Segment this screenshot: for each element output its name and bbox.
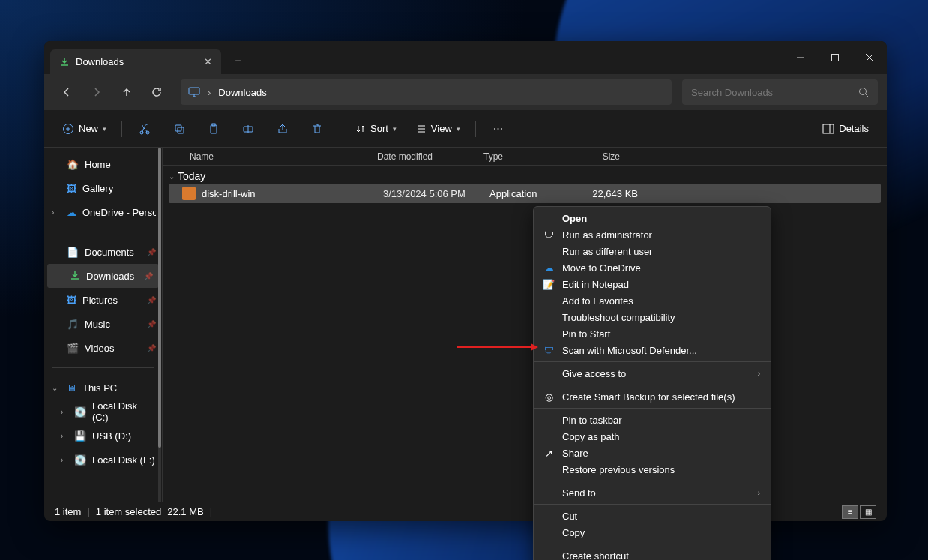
share-button[interactable] — [268, 116, 298, 142]
sidebar-item-gallery[interactable]: 🖼Gallery — [44, 176, 162, 200]
new-tab-button[interactable]: ＋ — [226, 49, 250, 73]
shield-icon: 🛡 — [543, 229, 555, 241]
monitor-icon — [188, 87, 200, 97]
ctx-defender[interactable]: 🛡Scan with Microsoft Defender... — [534, 342, 771, 358]
sidebar-item-videos[interactable]: 🎬Videos📌 — [44, 336, 162, 360]
ctx-cut[interactable]: Cut — [534, 508, 771, 524]
rename-button[interactable] — [233, 116, 263, 142]
cloud-icon: ☁ — [543, 262, 555, 274]
forward-button[interactable] — [83, 79, 110, 106]
address-location: Downloads — [218, 87, 266, 98]
col-size[interactable]: Size — [566, 151, 626, 162]
search-input[interactable] — [691, 87, 858, 98]
col-name[interactable]: Name — [184, 151, 371, 162]
toolbar: New ▾ Sort ▾ View ▾ ⋯ Details — [44, 110, 887, 148]
group-today[interactable]: ⌄Today — [163, 166, 887, 184]
details-button[interactable]: Details — [815, 123, 876, 134]
svg-rect-1 — [189, 88, 199, 94]
ctx-open[interactable]: Open — [534, 210, 771, 226]
tab-title: Downloads — [76, 56, 124, 67]
col-type[interactable]: Type — [477, 151, 566, 162]
chevron-right-icon: › — [208, 87, 211, 98]
ctx-favorites[interactable]: Add to Favorites — [534, 292, 771, 309]
ctx-smart-backup[interactable]: ◎Create Smart Backup for selected file(s… — [534, 388, 771, 405]
ctx-send-to[interactable]: Send to› — [534, 484, 771, 501]
defender-icon: 🛡 — [543, 344, 555, 356]
up-button[interactable] — [113, 79, 140, 106]
ctx-copy-path[interactable]: Copy as path — [534, 428, 771, 445]
search-icon — [858, 87, 869, 97]
ctx-run-admin[interactable]: 🛡Run as administrator — [534, 226, 771, 243]
sidebar-item-home[interactable]: 🏠Home — [44, 152, 162, 176]
context-menu: Open 🛡Run as administrator Run as differ… — [533, 206, 771, 560]
view-large-icon[interactable]: ▦ — [860, 505, 876, 519]
file-row[interactable]: disk-drill-win 3/13/2024 5:06 PM Applica… — [169, 184, 881, 203]
delete-button[interactable] — [302, 116, 332, 142]
close-button[interactable] — [852, 41, 887, 74]
ctx-restore[interactable]: Restore previous versions — [534, 461, 771, 478]
search-box[interactable] — [682, 79, 878, 105]
svg-point-2 — [860, 88, 867, 95]
sidebar-item-downloads[interactable]: Downloads📌 — [47, 264, 159, 288]
ctx-give-access[interactable]: Give access to› — [534, 365, 771, 382]
file-icon — [182, 187, 196, 200]
sidebar-item-pictures[interactable]: 🖼Pictures📌 — [44, 288, 162, 312]
refresh-button[interactable] — [143, 79, 170, 106]
window-controls — [783, 41, 887, 74]
more-button[interactable]: ⋯ — [483, 116, 513, 142]
sidebar-item-thispc[interactable]: ⌄🖥This PC — [44, 376, 162, 400]
sidebar-item-disk-f[interactable]: ›💽Local Disk (F:) — [44, 448, 162, 472]
column-headers: Name Date modified Type Size — [163, 148, 887, 166]
sidebar-item-disk-c[interactable]: ›💽Local Disk (C:) — [44, 400, 162, 424]
sort-icon — [355, 124, 366, 134]
file-list: Name Date modified Type Size ⌄Today disk… — [163, 148, 887, 502]
backup-icon: ◎ — [543, 391, 555, 403]
paste-button[interactable] — [199, 116, 229, 142]
tab-close-icon[interactable]: ✕ — [204, 56, 212, 67]
details-icon — [822, 124, 834, 134]
status-selected: 1 item selected — [96, 506, 161, 517]
ctx-pin-start[interactable]: Pin to Start — [534, 325, 771, 342]
cut-button[interactable] — [130, 116, 160, 142]
col-date[interactable]: Date modified — [371, 151, 477, 162]
status-items: 1 item — [55, 506, 81, 517]
ctx-pin-taskbar[interactable]: Pin to taskbar — [534, 412, 771, 428]
view-details-icon[interactable]: ≡ — [842, 505, 858, 519]
svg-rect-6 — [175, 125, 181, 131]
tab-downloads[interactable]: Downloads ✕ — [50, 49, 221, 74]
sidebar-item-onedrive[interactable]: ›☁OneDrive - Perso — [44, 200, 162, 224]
sidebar-scrollbar[interactable] — [158, 148, 161, 502]
svg-rect-0 — [832, 55, 839, 61]
download-icon — [59, 57, 70, 67]
svg-rect-8 — [211, 125, 217, 133]
ctx-notepad[interactable]: 📝Edit in Notepad — [534, 276, 771, 292]
pin-icon: 📌 — [147, 248, 156, 256]
view-button[interactable]: View ▾ — [409, 116, 468, 142]
back-button[interactable] — [53, 79, 80, 106]
sidebar-item-usb-d[interactable]: ›💾USB (D:) — [44, 424, 162, 448]
sidebar-item-music[interactable]: 🎵Music📌 — [44, 312, 162, 336]
address-bar[interactable]: › Downloads — [181, 79, 672, 105]
ctx-share[interactable]: ↗Share — [534, 445, 771, 461]
new-button[interactable]: New ▾ — [55, 116, 114, 142]
ctx-run-diff[interactable]: Run as different user — [534, 243, 771, 259]
status-size: 22.1 MB — [167, 506, 203, 517]
ctx-shortcut[interactable]: Create shortcut — [534, 547, 771, 560]
sidebar-item-documents[interactable]: 📄Documents📌 — [44, 240, 162, 264]
maximize-button[interactable] — [818, 41, 852, 74]
svg-rect-11 — [823, 124, 834, 133]
minimize-button[interactable] — [783, 41, 818, 74]
chevron-down-icon: ▾ — [103, 125, 106, 133]
sort-button[interactable]: Sort ▾ — [348, 116, 404, 142]
plus-circle-icon — [62, 123, 74, 135]
titlebar: Downloads ✕ ＋ — [44, 41, 887, 74]
ctx-onedrive[interactable]: ☁Move to OneDrive — [534, 259, 771, 276]
svg-rect-7 — [178, 127, 184, 133]
copy-button[interactable] — [164, 116, 194, 142]
navbar: › Downloads — [44, 74, 887, 110]
sidebar: 🏠Home 🖼Gallery ›☁OneDrive - Perso 📄Docum… — [44, 148, 163, 502]
view-icon — [416, 124, 427, 134]
share-icon: ↗ — [543, 447, 555, 459]
ctx-troubleshoot[interactable]: Troubleshoot compatibility — [534, 309, 771, 325]
ctx-copy[interactable]: Copy — [534, 524, 771, 541]
